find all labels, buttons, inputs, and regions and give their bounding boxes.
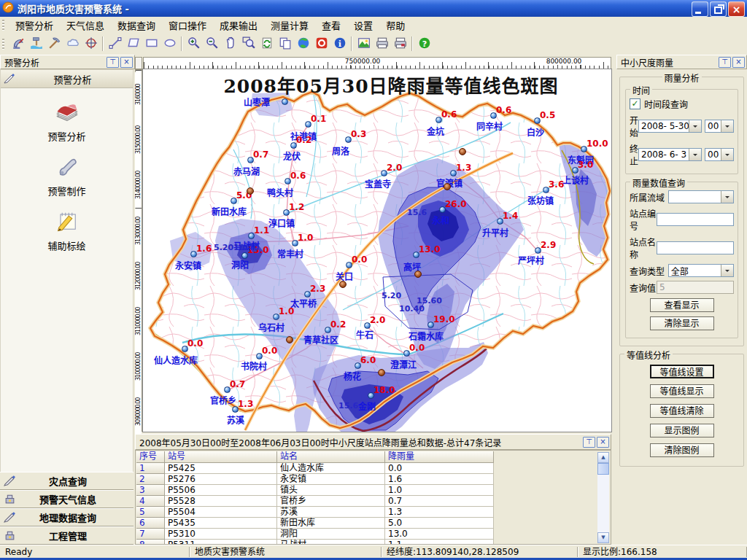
tb-dish-button[interactable] xyxy=(9,35,27,53)
table-row[interactable]: 4P5528官桥乡0.7 xyxy=(136,496,494,507)
nav-item-预警天气信息[interactable]: 预警天气信息 xyxy=(0,490,133,508)
所属流域-combo[interactable] xyxy=(668,190,734,203)
time-range-checkbox[interactable]: ✓ xyxy=(630,98,640,109)
pin-icon[interactable]: ⊤ xyxy=(583,437,595,448)
column-header-站名[interactable]: 站名 xyxy=(277,451,385,463)
等值线显示-button[interactable]: 等值线显示 xyxy=(650,384,714,398)
menu-item-窗口操作[interactable]: 窗口操作 xyxy=(162,16,213,34)
等值线清除-button[interactable]: 等值线清除 xyxy=(650,404,714,418)
chevron-down-icon[interactable] xyxy=(721,149,733,160)
站点名称-input[interactable] xyxy=(657,241,734,254)
tb-image-button[interactable] xyxy=(355,35,373,53)
pin-icon[interactable]: ⊤ xyxy=(719,57,731,68)
station-value: 0.5 xyxy=(540,110,555,120)
station-marker-山枣潭[interactable] xyxy=(282,98,288,105)
start-date-combo[interactable]: 2008- 5-30 xyxy=(638,120,702,133)
nav-item-地理数据查询[interactable]: 地理数据查询 xyxy=(0,508,133,526)
tool-预警制作[interactable]: 预警制作 xyxy=(1,153,133,198)
tb-pan-button[interactable] xyxy=(221,35,239,53)
table-row[interactable]: 8P5311马战村1.1 xyxy=(136,540,494,545)
tb-cloud-button[interactable] xyxy=(63,35,82,53)
scroll-up-icon[interactable]: ▲ xyxy=(597,452,609,463)
等值线设置-button[interactable]: 等值线设置 xyxy=(650,365,714,378)
minimize-button[interactable] xyxy=(692,1,708,17)
table-row[interactable]: 3P5506镇头1.0 xyxy=(136,485,494,496)
tb-zoom-in-button[interactable] xyxy=(185,35,203,53)
station-value: 0.2 xyxy=(296,135,311,145)
column-header-降雨量[interactable]: 降雨量 xyxy=(385,451,494,463)
tb-pick-button[interactable] xyxy=(45,35,63,53)
close-icon[interactable]: × xyxy=(732,57,745,68)
menu-item-成果输出[interactable]: 成果输出 xyxy=(213,16,264,34)
tb-rectangle-button[interactable] xyxy=(142,35,160,53)
tb-refresh-button[interactable] xyxy=(258,35,276,53)
chevron-down-icon[interactable] xyxy=(721,265,733,276)
menu-item-帮助[interactable]: 帮助 xyxy=(379,16,411,34)
restore-button[interactable] xyxy=(710,1,727,17)
menu-item-预警分析[interactable]: 预警分析 xyxy=(9,16,60,34)
end-date-combo[interactable]: 2008- 6- 3 xyxy=(638,148,702,161)
station-value: 0.6 xyxy=(496,105,511,115)
tool-辅助标绘[interactable]: 辅助标绘 xyxy=(1,208,133,252)
tb-help-button[interactable]: ? xyxy=(415,35,433,53)
table-row[interactable]: 2P5276永安镇1.6 xyxy=(136,474,494,485)
field-row-站点名称: 站点名称 xyxy=(630,236,734,260)
table-row[interactable]: 7P5310洞阳13.0 xyxy=(136,529,494,540)
tb-crosshair-button[interactable] xyxy=(82,35,100,53)
tb-water-hammer-button[interactable] xyxy=(27,35,45,53)
nav-item-工程管理[interactable]: 工程管理 xyxy=(0,526,133,545)
显示图例-button[interactable]: 显示图例 xyxy=(650,424,714,438)
tb-info-button[interactable]: i xyxy=(330,35,349,53)
tb-line-button[interactable] xyxy=(106,35,124,53)
toolbar-separator xyxy=(181,36,182,51)
column-header-序号[interactable]: 序号 xyxy=(136,451,165,463)
station-value: 2.9 xyxy=(541,240,556,250)
tb-print-button[interactable] xyxy=(373,35,391,53)
tb-print-preview-button[interactable] xyxy=(391,35,409,53)
nav-item-灾点查询[interactable]: 灾点查询 xyxy=(0,472,133,490)
column-header-站号[interactable]: 站号 xyxy=(165,451,277,463)
查询值-input[interactable] xyxy=(657,281,734,294)
chevron-down-icon[interactable] xyxy=(689,120,701,132)
menu-gripper[interactable] xyxy=(2,20,4,31)
menu-item-查看[interactable]: 查看 xyxy=(315,16,347,34)
tb-globe-button[interactable] xyxy=(294,35,312,53)
tb-copy-button[interactable] xyxy=(276,35,294,53)
pin-icon[interactable]: ⊤ xyxy=(107,57,119,68)
tb-polygon-button[interactable] xyxy=(124,35,142,53)
站点编号-input[interactable] xyxy=(657,213,734,226)
menu-item-设置[interactable]: 设置 xyxy=(347,16,379,34)
table-scrollbar[interactable]: ▲ ▼ xyxy=(597,452,609,543)
menu-item-数据查询[interactable]: 数据查询 xyxy=(111,16,162,34)
close-icon[interactable]: × xyxy=(120,57,133,68)
tb-zoom-window-button[interactable] xyxy=(239,35,258,53)
close-button[interactable]: × xyxy=(728,1,745,17)
station-name: 严坪村 xyxy=(518,254,544,266)
tb-zoom-out-button[interactable] xyxy=(203,35,221,53)
v-ruler-label: 3090000.00 xyxy=(135,389,142,435)
tool-预警分析[interactable]: 预警分析 xyxy=(1,98,133,143)
查看显示-button[interactable]: 查看显示 xyxy=(650,298,714,312)
tb-ellipse-button[interactable] xyxy=(160,35,179,53)
清除显示-button[interactable]: 清除显示 xyxy=(650,316,714,330)
toolbar-gripper[interactable] xyxy=(2,39,4,50)
menu-item-测量计算[interactable]: 测量计算 xyxy=(264,16,315,34)
start-hour-combo[interactable]: 00 xyxy=(705,120,734,133)
scroll-thumb[interactable] xyxy=(597,463,609,475)
tb-stop-button[interactable] xyxy=(312,35,330,53)
chevron-down-icon[interactable] xyxy=(721,120,733,132)
close-icon[interactable]: × xyxy=(597,437,609,448)
scroll-down-icon[interactable]: ▼ xyxy=(597,532,609,543)
table-row[interactable]: 5P5504苏溪1.3 xyxy=(136,507,494,518)
table-row[interactable]: 1P5425仙人造水库0.0 xyxy=(136,463,494,474)
end-hour-combo[interactable]: 00 xyxy=(705,148,734,161)
menu-item-天气信息[interactable]: 天气信息 xyxy=(60,16,111,34)
v-ruler-label: 3120000.00 xyxy=(135,254,142,299)
清除图例-button[interactable]: 清除图例 xyxy=(650,443,714,457)
chevron-down-icon[interactable] xyxy=(721,191,733,203)
查询类型-combo[interactable]: 全部 xyxy=(668,264,734,277)
left-panel-header[interactable]: 预警分析 xyxy=(1,70,133,88)
chevron-down-icon[interactable] xyxy=(689,149,701,160)
table-row[interactable]: 6P5435新田水库5.0 xyxy=(136,518,494,529)
map-canvas[interactable]: 2008年05月30日降雨量等值线色斑图 山枣潭0.1社港镇0.3周洛0.6金坑… xyxy=(143,69,611,432)
